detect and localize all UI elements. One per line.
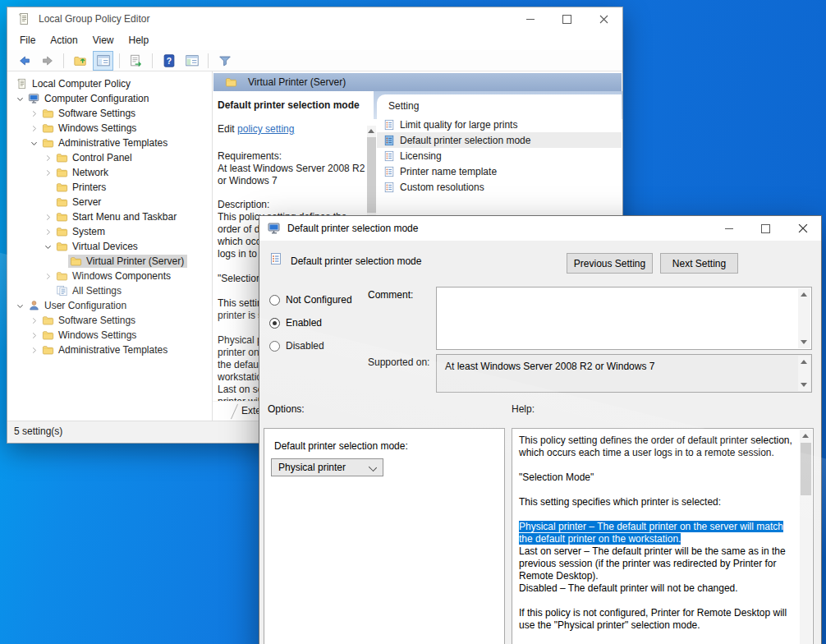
dialog-titlebar[interactable]: Default printer selection mode — [259, 216, 821, 241]
setting-column-header[interactable]: Setting — [377, 94, 622, 117]
forward-icon[interactable] — [37, 51, 57, 71]
chevron-right-icon[interactable] — [28, 344, 40, 356]
chevron-down-icon[interactable] — [42, 241, 54, 252]
tree-item-local-computer-policy[interactable]: Local Computer Policy — [7, 76, 212, 91]
radio-disabled[interactable]: Disabled — [269, 339, 324, 352]
scrollbar-thumb[interactable] — [801, 443, 811, 495]
chevron-right-icon[interactable] — [42, 211, 54, 223]
tree-item-computer-configuration[interactable]: Computer Configuration — [7, 91, 212, 106]
help-scrollbar[interactable] — [800, 430, 812, 644]
tree-item-windows-settings[interactable]: Windows Settings — [7, 328, 212, 343]
tree-item-label: Windows Settings — [58, 122, 136, 134]
help-icon[interactable]: ? — [158, 51, 179, 71]
scroll-up-button[interactable] — [368, 129, 374, 133]
maximize-button[interactable] — [747, 216, 784, 241]
radio-button[interactable] — [269, 295, 280, 306]
tree-item-control-panel[interactable]: Control Panel — [7, 150, 212, 165]
scroll-up-button[interactable] — [801, 360, 807, 364]
tree-item-virtual-devices[interactable]: Virtual Devices — [7, 239, 212, 254]
tree-item-start-menu-and-taskbar[interactable]: Start Menu and Taskbar — [7, 209, 212, 224]
supported-on-field[interactable]: At least Windows Server 2008 R2 or Windo… — [436, 354, 812, 393]
maximize-button[interactable] — [548, 7, 585, 30]
tree-item-administrative-templates[interactable]: Administrative Templates — [7, 136, 212, 150]
gpedit-titlebar[interactable]: Local Group Policy Editor — [7, 7, 622, 30]
menu-action[interactable]: Action — [43, 30, 85, 50]
filter-icon[interactable] — [214, 51, 235, 71]
setting-row-label: Custom resolutions — [400, 182, 484, 193]
folder-icon — [70, 255, 82, 267]
tree-item-label: Virtual Devices — [72, 241, 138, 252]
up-one-level-icon[interactable] — [70, 51, 90, 71]
chevron-right-icon[interactable] — [28, 315, 40, 326]
chevron-right-icon[interactable] — [42, 226, 54, 237]
chevron-right-icon[interactable] — [42, 167, 54, 178]
radio-button[interactable] — [269, 341, 280, 352]
tree-item-windows-settings[interactable]: Windows Settings — [7, 121, 212, 136]
chevron-right-icon[interactable] — [28, 329, 40, 341]
policy-setting-link[interactable]: policy setting — [237, 123, 294, 135]
previous-setting-button[interactable]: Previous Setting — [567, 253, 653, 274]
scroll-down-button[interactable] — [801, 383, 807, 387]
console-tree: Local Computer PolicyComputer Configurat… — [7, 71, 213, 421]
scroll-up-button[interactable] — [802, 434, 809, 438]
scroll-icon — [16, 78, 28, 90]
radio-label: Not Configured — [286, 294, 352, 306]
radio-button-checked[interactable] — [269, 318, 280, 329]
supported-scrollbar[interactable] — [798, 356, 810, 391]
radio-not-configured[interactable]: Not Configured — [269, 293, 352, 306]
help-text[interactable]: This policy setting defines the order of… — [519, 435, 795, 632]
tree-item-network[interactable]: Network — [7, 165, 212, 180]
help-line — [519, 595, 795, 607]
tree-item-virtual-printer-server[interactable]: Virtual Printer (Server) — [7, 254, 212, 269]
chevron-down-icon[interactable] — [14, 300, 26, 311]
extended-pane-icon[interactable] — [181, 51, 202, 71]
menu-file[interactable]: File — [12, 30, 43, 50]
back-icon[interactable] — [14, 51, 34, 71]
scroll-up-button[interactable] — [801, 292, 807, 297]
console-tree-icon[interactable] — [93, 51, 113, 71]
next-setting-button[interactable]: Next Setting — [660, 253, 738, 274]
tree-item-body: Start Menu and Taskbar — [54, 210, 180, 223]
radio-enabled[interactable]: Enabled — [269, 316, 322, 329]
tree-item-administrative-templates[interactable]: Administrative Templates — [7, 343, 212, 357]
comment-input[interactable] — [436, 287, 812, 350]
minimize-button[interactable] — [710, 216, 747, 241]
tree-item-label: Virtual Printer (Server) — [86, 255, 184, 267]
tree-item-system[interactable]: System — [7, 224, 212, 239]
tree-item-body: Control Panel — [54, 151, 135, 164]
folder-icon — [42, 329, 54, 341]
comment-label: Comment: — [368, 289, 413, 301]
tree-item-server[interactable]: Server — [7, 195, 212, 209]
menu-view[interactable]: View — [85, 30, 122, 50]
tree-item-windows-components[interactable]: Windows Components — [7, 269, 212, 283]
menu-help[interactable]: Help — [122, 30, 157, 50]
setting-row-custom-resolutions[interactable]: Custom resolutions — [377, 179, 622, 195]
setting-row-licensing[interactable]: Licensing — [377, 148, 622, 163]
tree-item-all-settings[interactable]: All Settings — [7, 283, 212, 298]
export-list-icon[interactable] — [126, 51, 146, 71]
tree-item-software-settings[interactable]: Software Settings — [7, 313, 212, 328]
tree-item-label: Administrative Templates — [58, 137, 167, 149]
help-line: "Selection Mode" — [519, 472, 795, 484]
tree-item-software-settings[interactable]: Software Settings — [7, 106, 212, 121]
close-button[interactable] — [784, 216, 821, 241]
chevron-down-icon[interactable] — [14, 93, 26, 104]
selected-setting-title: Default printer selection mode — [218, 99, 367, 112]
tree-item-body: Network — [54, 166, 112, 179]
selection-mode-dropdown[interactable]: Physical printer — [271, 458, 383, 476]
setting-row-limit-quality-for-large-prints[interactable]: Limit quality for large prints — [377, 117, 622, 132]
scrollbar-thumb[interactable] — [367, 137, 376, 213]
chevron-down-icon[interactable] — [28, 137, 40, 149]
setting-row-printer-name-template[interactable]: Printer name template — [377, 163, 622, 179]
chevron-right-icon[interactable] — [28, 108, 40, 119]
close-button[interactable] — [585, 7, 622, 30]
tree-item-user-configuration[interactable]: User Configuration — [7, 298, 212, 313]
chevron-right-icon[interactable] — [42, 270, 54, 282]
tree-item-printers[interactable]: Printers — [7, 180, 212, 195]
comment-scrollbar[interactable] — [798, 288, 810, 348]
chevron-right-icon[interactable] — [42, 152, 54, 163]
minimize-button[interactable] — [512, 7, 548, 30]
chevron-right-icon[interactable] — [28, 122, 40, 134]
scroll-down-button[interactable] — [801, 340, 807, 344]
setting-row-default-printer-selection-mode[interactable]: Default printer selection mode — [377, 132, 622, 148]
